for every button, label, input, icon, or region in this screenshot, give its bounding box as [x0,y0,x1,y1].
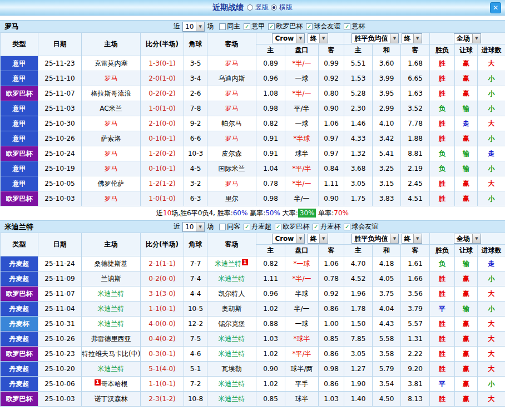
filter-checkbox[interactable]: ✓ [244,23,250,30]
competition-badge: 意甲 [1,161,38,176]
avg-away-cell: 9.20 [401,362,430,377]
match-row: 欧罗巴杯25-10-03罗马1-0(1-0)6-3里尔0.98半/一0.901.… [1,191,505,206]
odds-company-select[interactable]: Crow ▼ [272,234,305,244]
competition-filter[interactable]: ✓意甲 [244,22,265,31]
home-team-cell: 佛罗伦萨 [82,176,141,191]
filter-checkbox[interactable]: ✓ [344,224,350,230]
result-cell: 胜 [430,116,455,131]
handicap-result-cell: 赢 [455,377,478,392]
home-odds-cell: 1.02 [256,302,285,317]
competition-filter[interactable]: ✓球会友谊 [344,222,378,231]
handicap-result-cell: 赢 [455,176,478,191]
match-date-cell: 25-11-09 [38,271,82,286]
avg-odds-select[interactable]: 胜平负均值 ▼ [351,33,399,43]
match-date-cell: 25-10-26 [38,332,82,347]
avg-odds-select[interactable]: 胜平负均值 ▼ [351,234,399,244]
avg-away-cell: 2.19 [401,161,430,176]
competition-filter[interactable]: 同客 [219,222,240,231]
layout-radio-label[interactable]: 竖版 [255,3,269,12]
away-team-cell: 锡尔克堡 [207,317,256,332]
odds-company-select[interactable]: Crow ▼ [272,33,305,43]
avg-home-cell: 1.75 [344,191,373,206]
filter-label: 球会友谊 [351,222,378,231]
filter-checkbox[interactable] [219,224,226,230]
filter-checkbox[interactable]: ✓ [275,224,281,230]
filter-checkbox[interactable]: ✓ [306,23,313,30]
avg-draw-cell: 4.18 [373,256,401,271]
team-name: 米迪兰特 [98,305,125,313]
avg-home-cell: 7.85 [344,332,373,347]
summary-segment: 30% [298,209,316,218]
team-name: 乌迪内斯 [219,75,245,82]
goals-cell: 大 [478,392,505,407]
competition-filter[interactable]: ✓球会友谊 [306,22,340,31]
avg-stage-select[interactable]: 终 ▼ [402,234,422,244]
avg-away-cell: 8.13 [401,392,430,407]
avg-home-cell: 1.32 [344,146,373,161]
home-odds-cell: 0.98 [256,101,285,116]
result-cell: 负 [430,101,455,116]
layout-radio[interactable] [271,4,277,11]
odds-stage-select[interactable]: 终 ▼ [308,234,328,244]
corners-cell: 9-2 [184,116,207,131]
away-odds-cell: 0.98 [319,362,344,377]
match-row: 丹麦超25-11-24桑德捷斯基2-1(1-1)7-7米迪兰特10.82*一球1… [1,256,505,271]
avg-stage-select[interactable]: 终 ▼ [402,33,422,43]
competition-filter[interactable]: ✓欧罗巴杯 [275,222,309,231]
close-button[interactable]: ✕ [490,2,501,13]
filter-checkbox[interactable]: ✓ [313,224,319,230]
scope-select[interactable]: 全场 ▼ [454,33,481,43]
col-goals: 进球数 [478,245,505,256]
col-avg-away: 客 [401,45,430,56]
home-odds-cell: 1.04 [256,161,285,176]
team-name: 米迪兰特 [98,290,125,298]
match-type-cell: 丹麦超 [1,256,38,271]
avg-home-cell: 1.40 [344,392,373,407]
competition-filter[interactable]: ✓丹麦超 [244,222,271,231]
filter-label: 意杯 [351,22,365,31]
filter-checkbox[interactable]: ✓ [344,23,350,30]
home-team-cell: AC米兰 [82,101,141,116]
match-type-cell: 丹麦超 [1,362,38,377]
competition-filter[interactable]: ✓丹麦杯 [313,222,340,231]
competition-filter[interactable]: ✓意杯 [344,22,365,31]
scope-select[interactable]: 全场 ▼ [454,234,481,244]
result-cell: 胜 [430,86,455,101]
avg-draw-cell: 4.05 [373,271,401,286]
handicap-cell: *半球 [285,131,319,146]
dialog-title: 近期战绩 [212,3,244,13]
match-count-select[interactable]: 10 ▼ [182,222,205,232]
competition-filter[interactable]: ✓欧罗巴杯 [268,22,303,31]
result-cell: 胜 [430,191,455,206]
avg-away-cell: 3.81 [401,377,430,392]
avg-draw-cell: 4.50 [373,392,401,407]
layout-radio-label[interactable]: 横版 [279,3,293,12]
layout-radio[interactable] [247,4,253,11]
filter-checkbox[interactable]: ✓ [268,23,275,30]
filter-checkbox[interactable]: ✓ [244,224,250,230]
handicap-cell: 半/一 [285,302,319,317]
chevron-down-icon: ▼ [319,34,328,43]
team-name: 帕尔马 [222,120,242,127]
handicap-cell: *半/一 [285,271,319,286]
match-count-select[interactable]: 10 ▼ [182,22,205,32]
handicap-cell: 一球 [285,317,319,332]
away-team-cell: 瓦埃勒 [207,362,256,377]
score-cell: 2-0(1-0) [141,71,184,86]
away-team-cell: 罗马 [207,131,256,146]
filter-checkbox[interactable] [219,23,226,30]
score-cell: 2-3(1-2) [141,392,184,407]
avg-away-cell: 2.22 [401,347,430,362]
match-row: 意甲25-11-10罗马2-0(1-0)3-4乌迪内斯0.96一球0.921.5… [1,71,505,86]
competition-filter[interactable]: 同主 [219,22,240,31]
match-row: 欧罗巴杯25-11-07米迪兰特3-1(3-0)4-4凯尔特人0.96半球0.9… [1,286,505,302]
odds-stage-select[interactable]: 终 ▼ [308,33,328,43]
odds-controls: Crow ▼ 终 ▼ [256,33,344,45]
home-team-cell: 诺丁汉森林 [82,392,141,407]
recent-results-window: 近期战绩 竖版横版 ✕ 罗马 近 10 ▼ 场 同主✓意甲✓欧罗巴杯✓球会友谊✓… [0,0,505,420]
avg-draw-cell: 3.42 [373,131,401,146]
away-team-cell: 米迪兰特 [207,347,256,362]
col-result: 胜负 [430,45,455,56]
team-name: 诺丁汉森林 [95,395,128,403]
away-team-cell: 罗马 [207,176,256,191]
